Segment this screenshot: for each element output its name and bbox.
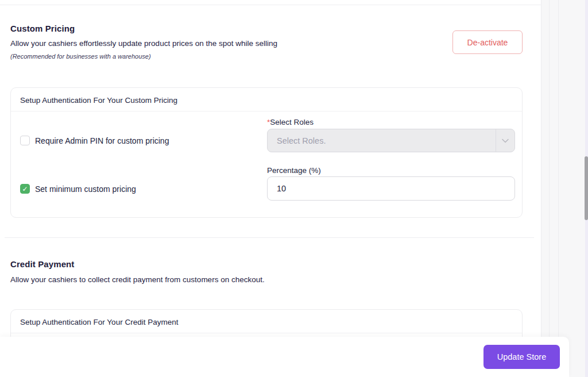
credit-payment-title: Credit Payment bbox=[10, 259, 74, 269]
deactivate-button[interactable]: De-activate bbox=[452, 30, 523, 54]
update-store-button[interactable]: Update Store bbox=[483, 345, 560, 369]
percentage-label: Percentage (%) bbox=[267, 166, 321, 175]
admin-pin-checkbox[interactable] bbox=[20, 136, 30, 145]
credit-payment-card-header: Setup Authentication For Your Credit Pay… bbox=[11, 310, 522, 333]
custom-pricing-note: (Recommended for businesses with a wareh… bbox=[10, 53, 151, 60]
admin-pin-label: Require Admin PIN for custom pricing bbox=[35, 136, 169, 145]
min-pricing-label: Set minimum custom pricing bbox=[35, 184, 136, 194]
gutter-divider bbox=[558, 0, 559, 377]
footer-bar: Update Store bbox=[0, 337, 569, 377]
custom-pricing-description: Allow your cashiers effortlessly update … bbox=[10, 39, 277, 48]
custom-pricing-card-header: Setup Authentication For Your Custom Pri… bbox=[11, 88, 522, 111]
custom-pricing-card: Setup Authentication For Your Custom Pri… bbox=[10, 87, 523, 218]
select-roles-dropdown[interactable]: Select Roles. bbox=[267, 129, 515, 152]
select-roles-label-text: Select Roles bbox=[270, 118, 314, 126]
gutter-divider bbox=[549, 0, 550, 377]
select-roles-placeholder: Select Roles. bbox=[268, 136, 496, 145]
section-divider bbox=[5, 237, 534, 238]
min-pricing-row: ✓ Set minimum custom pricing bbox=[20, 184, 136, 194]
top-divider bbox=[0, 5, 541, 5]
select-roles-label: *Select Roles bbox=[267, 118, 314, 126]
chevron-down-icon[interactable] bbox=[496, 129, 514, 152]
custom-pricing-title: Custom Pricing bbox=[10, 24, 75, 33]
admin-pin-row: Require Admin PIN for custom pricing bbox=[20, 136, 169, 145]
credit-payment-description: Allow your cashiers to collect credit pa… bbox=[10, 275, 265, 284]
scrollbar-thumb[interactable] bbox=[585, 156, 588, 220]
min-pricing-checkbox[interactable]: ✓ bbox=[20, 184, 30, 194]
percentage-input[interactable] bbox=[267, 176, 515, 201]
right-gutter-panel bbox=[541, 0, 588, 377]
